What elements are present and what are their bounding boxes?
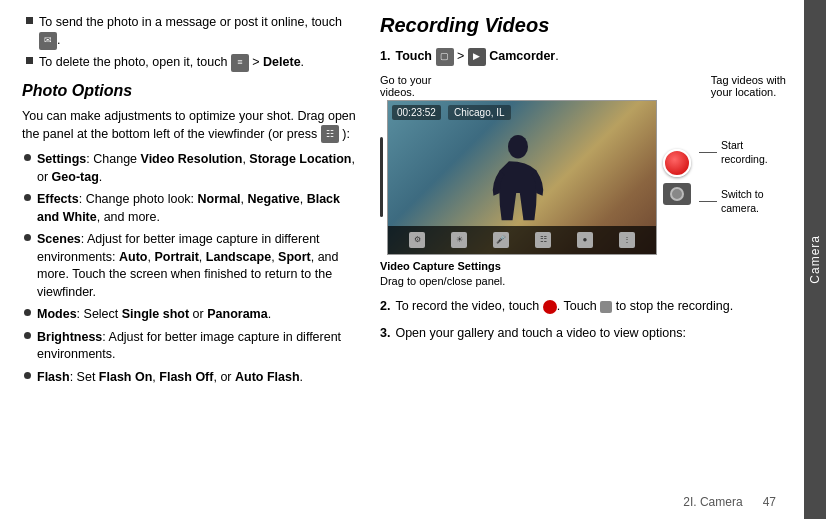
viewfinder-toolbar: ⚙ ☀ 🎤 ☷ ● ⋮	[388, 226, 656, 254]
step-num-3: 3.	[380, 324, 390, 342]
step-3: 3. Open your gallery and touch a video t…	[380, 324, 786, 342]
bullet-text-send: To send the photo in a message or post i…	[39, 14, 362, 50]
step-2-text: To record the video, touch . Touch to st…	[395, 297, 733, 315]
right-callouts: Startrecording. Switch tocamera.	[699, 100, 768, 255]
step-num-1: 1.	[380, 47, 390, 65]
record-button[interactable]	[663, 149, 691, 177]
record-inline-icon	[543, 300, 557, 314]
sidebar-tab-label: Camera	[808, 235, 822, 284]
top-bullets: To send the photo in a message or post i…	[22, 14, 362, 72]
camera-switch-inner	[670, 187, 684, 201]
callout-line-1	[699, 152, 717, 153]
label-tag-videos: Tag videos withyour location.	[711, 74, 786, 98]
callout-switch-text: Switch tocamera.	[721, 188, 764, 215]
step-num-2: 2.	[380, 297, 390, 315]
bullet-item-send: To send the photo in a message or post i…	[26, 14, 362, 50]
step-3-text: Open your gallery and touch a video to v…	[395, 324, 685, 342]
stop-inline-icon	[600, 301, 612, 313]
circle-bullet-3	[24, 234, 31, 241]
sidebar-tab: Camera	[804, 0, 826, 519]
left-column: To send the photo in a message or post i…	[22, 14, 362, 505]
grid-icon: ☷	[321, 125, 339, 143]
circle-bullet-2	[24, 194, 31, 201]
bullet-text-delete: To delete the photo, open it, touch ≡ > …	[39, 54, 304, 72]
bullet-icon-2	[26, 57, 33, 64]
photo-tool: ☀	[451, 232, 467, 248]
share-icon: ✉	[39, 32, 57, 50]
option-effects: Effects: Change photo look: Normal, Nega…	[24, 191, 362, 226]
circle-bullet-4	[24, 309, 31, 316]
recording-title: Recording Videos	[380, 14, 786, 37]
brightness-tool: ●	[577, 232, 593, 248]
right-column: Recording Videos 1. Touch ▢ > ▶ Camcorde…	[380, 14, 786, 505]
bullet-icon	[26, 17, 33, 24]
viewfinder-time: 00:23:52	[392, 105, 441, 120]
option-scenes: Scenes: Adjust for better image capture …	[24, 231, 362, 301]
page-number: 47	[763, 495, 776, 509]
camcorder-icon: ▶	[468, 48, 486, 66]
step-2: 2. To record the video, touch . Touch to…	[380, 297, 786, 315]
step-1: 1. Touch ▢ > ▶ Camcorder.	[380, 47, 786, 66]
option-brightness: Brightness: Adjust for better image capt…	[24, 329, 362, 364]
camera-area: Go to yourvideos. Tag videos withyour lo…	[380, 74, 786, 290]
mic-tool: 🎤	[493, 232, 509, 248]
circle-bullet	[24, 154, 31, 161]
left-bar	[380, 137, 383, 217]
options-list: Settings: Change Video Resolution, Stora…	[22, 151, 362, 386]
viewfinder-location: Chicago, IL	[448, 105, 511, 120]
left-indicator	[380, 100, 383, 255]
photo-options-title: Photo Options	[22, 82, 362, 100]
camera-switch-button[interactable]	[663, 183, 691, 205]
option-scenes-text: Scenes: Adjust for better image capture …	[37, 231, 362, 301]
circle-bullet-6	[24, 372, 31, 379]
bullet-item-delete: To delete the photo, open it, touch ≡ > …	[26, 54, 362, 72]
viewfinder: 00:23:52 Chicago, IL ⚙	[387, 100, 657, 255]
option-effects-text: Effects: Change photo look: Normal, Nega…	[37, 191, 362, 226]
menu-icon: ≡	[231, 54, 249, 72]
callout-line-2	[699, 201, 717, 202]
page-footer: 2I. Camera 47	[683, 495, 776, 509]
option-modes-text: Modes: Select Single shot or Panorama.	[37, 306, 271, 324]
vf-caption: Video Capture Settings Drag to open/clos…	[380, 259, 786, 290]
callout-start-text: Startrecording.	[721, 139, 768, 166]
viewfinder-wrapper: 00:23:52 Chicago, IL ⚙	[380, 100, 786, 255]
steps-list-2: 2. To record the video, touch . Touch to…	[380, 297, 786, 341]
home-icon: ▢	[436, 48, 454, 66]
label-go-to-videos: Go to yourvideos.	[380, 74, 431, 98]
option-flash: Flash: Set Flash On, Flash Off, or Auto …	[24, 369, 362, 387]
camcorder-label: Camcorder	[489, 49, 555, 63]
grid-tool: ☷	[535, 232, 551, 248]
callout-switch: Switch tocamera.	[699, 188, 768, 215]
option-settings: Settings: Change Video Resolution, Stora…	[24, 151, 362, 186]
photo-options-body: You can make adjustments to optimize you…	[22, 107, 362, 144]
option-brightness-text: Brightness: Adjust for better image capt…	[37, 329, 362, 364]
callout-start: Startrecording.	[699, 139, 768, 166]
settings-tool: ⚙	[409, 232, 425, 248]
chapter-label: 2I. Camera	[683, 495, 742, 509]
option-flash-text: Flash: Set Flash On, Flash Off, or Auto …	[37, 369, 303, 387]
option-modes: Modes: Select Single shot or Panorama.	[24, 306, 362, 324]
camera-labels-top: Go to yourvideos. Tag videos withyour lo…	[380, 74, 786, 98]
more-tool: ⋮	[619, 232, 635, 248]
vf-caption-bold: Video Capture Settings	[380, 260, 501, 272]
svg-point-0	[508, 135, 528, 159]
main-content: To send the photo in a message or post i…	[0, 0, 804, 519]
steps-list: 1. Touch ▢ > ▶ Camcorder.	[380, 47, 786, 66]
circle-bullet-5	[24, 332, 31, 339]
option-settings-text: Settings: Change Video Resolution, Stora…	[37, 151, 362, 186]
step-1-text: Touch ▢ > ▶ Camcorder.	[395, 47, 558, 66]
touch-label: Touch	[395, 49, 432, 63]
vf-caption-body: Drag to open/close panel.	[380, 275, 505, 287]
figure-silhouette	[488, 134, 548, 234]
vf-right-controls	[657, 100, 691, 255]
